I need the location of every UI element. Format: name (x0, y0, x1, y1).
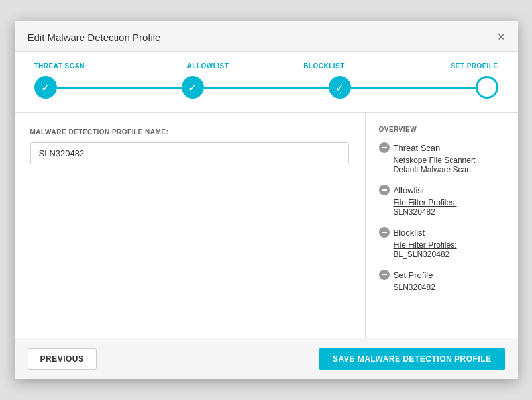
overview-title: Overview (379, 126, 505, 133)
overview-threat-scan-name: Threat Scan (394, 143, 441, 153)
dialog-title: Edit Malware Detection Profile (28, 32, 161, 43)
overview-blocklist-link: File Filter Profiles: (394, 240, 505, 250)
overview-blocklist-sub: File Filter Profiles: BL_SLN320482 (394, 240, 505, 259)
left-panel: Malware Detection Profile Name: (15, 113, 366, 338)
overview-threat-scan: Threat Scan Netskope File Scanner: Defau… (379, 142, 505, 174)
step-2-check: ✓ (188, 81, 197, 94)
stepper-track: ✓ ✓ ✓ (34, 76, 498, 99)
overview-blocklist-name: Blocklist (394, 228, 425, 238)
step-1-circle: ✓ (34, 76, 57, 99)
overview-allowlist-header: Allowlist (379, 185, 505, 195)
step-label-3: Blocklist (266, 62, 382, 70)
overview-blocklist-header: Blocklist (379, 227, 505, 238)
step-4-circle (476, 76, 498, 99)
overview-allowlist-value: SLN320482 (394, 207, 505, 217)
overview-blocklist-value: BL_SLN320482 (394, 250, 505, 259)
step-3-check: ✓ (335, 81, 344, 94)
overview-set-profile-name: Set Profile (394, 270, 433, 280)
minus-line-1 (382, 147, 387, 148)
overview-allowlist-name: Allowlist (394, 185, 425, 195)
overview-threat-scan-header: Threat Scan (379, 142, 505, 153)
profile-name-input[interactable] (30, 142, 349, 164)
overview-set-profile-value: SLN320482 (394, 283, 505, 292)
previous-button[interactable]: Previous (28, 348, 97, 370)
step-2-circle: ✓ (182, 76, 204, 99)
step-label-1: Threat Scan (34, 62, 150, 70)
overview-threat-scan-link: Netskope File Scanner: (394, 156, 505, 165)
dialog-footer: Previous Save Malware Detection Profile (15, 338, 518, 379)
step-1-check: ✓ (41, 81, 50, 94)
stepper-section: Threat Scan Allowlist Blocklist Set Prof… (15, 52, 518, 113)
overview-allowlist-sub: File Filter Profiles: SLN320482 (394, 198, 505, 217)
overview-set-profile: Set Profile SLN320482 (379, 270, 505, 292)
minus-line-4 (382, 274, 387, 275)
minus-icon-3 (379, 227, 390, 238)
minus-icon-2 (379, 185, 390, 195)
edit-dialog: Edit Malware Detection Profile × Threat … (15, 21, 518, 379)
step-line-2 (204, 87, 329, 89)
minus-line-3 (382, 232, 387, 233)
step-label-2: Allowlist (150, 62, 266, 70)
minus-line-2 (382, 189, 387, 191)
dialog-header: Edit Malware Detection Profile × (15, 21, 518, 52)
overview-blocklist: Blocklist File Filter Profiles: BL_SLN32… (379, 227, 505, 259)
profile-name-label: Malware Detection Profile Name: (30, 128, 349, 136)
step-label-4: Set Profile (382, 62, 498, 70)
save-button[interactable]: Save Malware Detection Profile (319, 348, 504, 370)
overview-threat-scan-sub: Netskope File Scanner: Default Malware S… (394, 156, 505, 174)
step-3-circle: ✓ (329, 76, 351, 99)
step-line-1 (57, 87, 182, 89)
stepper-labels: Threat Scan Allowlist Blocklist Set Prof… (34, 62, 498, 70)
overview-allowlist-link: File Filter Profiles: (394, 198, 505, 207)
close-button[interactable]: × (498, 31, 505, 43)
overview-set-profile-sub: SLN320482 (394, 283, 505, 292)
step-line-3 (351, 87, 476, 89)
minus-icon-1 (379, 142, 390, 153)
overview-set-profile-header: Set Profile (379, 270, 505, 280)
minus-icon-4 (379, 270, 390, 280)
overview-threat-scan-value: Default Malware Scan (394, 165, 505, 174)
dialog-body: Malware Detection Profile Name: Overview… (15, 113, 518, 338)
right-panel: Overview Threat Scan Netskope File Scann… (366, 113, 518, 338)
overview-allowlist: Allowlist File Filter Profiles: SLN32048… (379, 185, 505, 217)
